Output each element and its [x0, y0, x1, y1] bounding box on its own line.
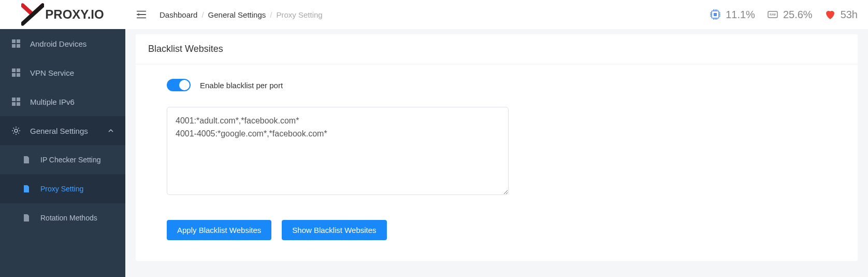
ram-stat: RAM 25.6% — [766, 8, 813, 21]
svg-text:RAM: RAM — [770, 13, 775, 16]
file-icon — [22, 155, 31, 164]
ram-value: 25.6% — [783, 9, 813, 21]
blacklist-textarea-wrap — [167, 107, 827, 197]
blacklist-textarea[interactable] — [167, 107, 509, 195]
gear-icon — [11, 126, 21, 135]
sidebar-item-proxy-setting[interactable]: Proxy Setting — [0, 174, 125, 203]
heart-icon — [824, 8, 836, 21]
breadcrumb-sep: / — [201, 10, 204, 19]
breadcrumb: Dashboard / General Settings / Proxy Set… — [160, 10, 323, 19]
ram-icon: RAM — [766, 8, 779, 21]
svg-rect-4 — [12, 39, 16, 43]
sidebar-item-multiple-ipv6[interactable]: Multiple IPv6 — [0, 87, 125, 116]
uptime-stat: 53h — [824, 8, 858, 21]
svg-rect-12 — [12, 98, 16, 101]
toggle-row: Enable blacklist per port — [167, 79, 827, 91]
sidebar-item-label: IP Checker Setting — [40, 156, 100, 164]
toggle-knob — [179, 80, 190, 90]
sidebar: Android Devices VPN Service Multiple IPv… — [0, 29, 125, 277]
svg-rect-6 — [12, 44, 16, 48]
sidebar-item-ip-checker[interactable]: IP Checker Setting — [0, 145, 125, 174]
svg-rect-7 — [17, 44, 20, 48]
sidebar-item-label: Proxy Setting — [40, 185, 83, 193]
file-icon — [22, 184, 31, 193]
breadcrumb-parent[interactable]: General Settings — [208, 10, 266, 19]
sidebar-item-label: VPN Service — [30, 68, 74, 77]
svg-rect-11 — [17, 73, 20, 77]
header-stats: 11.1% RAM 25.6% 53h — [709, 8, 858, 21]
menu-toggle-icon[interactable] — [136, 9, 147, 20]
file-icon — [22, 213, 31, 223]
card-body: Enable blacklist per port Apply Blacklis… — [136, 64, 858, 261]
chevron-up-icon — [108, 127, 114, 135]
show-blacklist-button[interactable]: Show Blacklist Websites — [282, 220, 386, 240]
sidebar-item-rotation-methods[interactable]: Rotation Methods — [0, 203, 125, 232]
breadcrumb-sep: / — [270, 10, 272, 19]
grid-icon — [11, 97, 21, 106]
main-content: Blacklist Websites Enable blacklist per … — [125, 29, 868, 277]
logo[interactable]: PROXY.IO — [0, 0, 125, 29]
cpu-stat: 11.1% — [709, 8, 755, 21]
logo-text: PROXY.IO — [45, 7, 104, 22]
svg-rect-1 — [714, 13, 717, 16]
sidebar-item-label: General Settings — [30, 127, 88, 135]
top-header: PROXY.IO Dashboard / General Settings / … — [0, 0, 868, 29]
apply-blacklist-button[interactable]: Apply Blacklist Websites — [167, 220, 271, 240]
card-title: Blacklist Websites — [136, 34, 858, 64]
sidebar-item-label: Android Devices — [30, 39, 86, 48]
header-right: Dashboard / General Settings / Proxy Set… — [125, 8, 868, 21]
svg-rect-13 — [17, 98, 20, 101]
svg-rect-8 — [12, 68, 16, 72]
cpu-value: 11.1% — [726, 9, 755, 21]
sidebar-item-vpn-service[interactable]: VPN Service — [0, 58, 125, 87]
enable-blacklist-toggle[interactable] — [167, 79, 191, 91]
svg-rect-10 — [12, 73, 16, 77]
sidebar-item-label: Multiple IPv6 — [30, 98, 75, 106]
svg-rect-15 — [17, 102, 20, 106]
svg-rect-9 — [17, 68, 20, 72]
sidebar-item-label: Rotation Methods — [40, 214, 97, 222]
blacklist-card: Blacklist Websites Enable blacklist per … — [136, 34, 858, 261]
sidebar-item-android-devices[interactable]: Android Devices — [0, 29, 125, 58]
grid-icon — [11, 39, 21, 48]
sidebar-item-general-settings[interactable]: General Settings — [0, 116, 125, 145]
breadcrumb-root[interactable]: Dashboard — [160, 10, 197, 19]
svg-point-16 — [15, 129, 18, 132]
logo-mark: PROXY.IO — [21, 3, 104, 26]
cpu-icon — [709, 8, 721, 21]
button-row: Apply Blacklist Websites Show Blacklist … — [167, 220, 827, 240]
breadcrumb-current: Proxy Setting — [276, 10, 322, 19]
uptime-value: 53h — [841, 9, 858, 21]
svg-rect-5 — [17, 39, 20, 43]
grid-icon — [11, 68, 21, 77]
toggle-label: Enable blacklist per port — [200, 81, 283, 90]
logo-x-icon — [21, 3, 44, 26]
svg-rect-14 — [12, 102, 16, 106]
